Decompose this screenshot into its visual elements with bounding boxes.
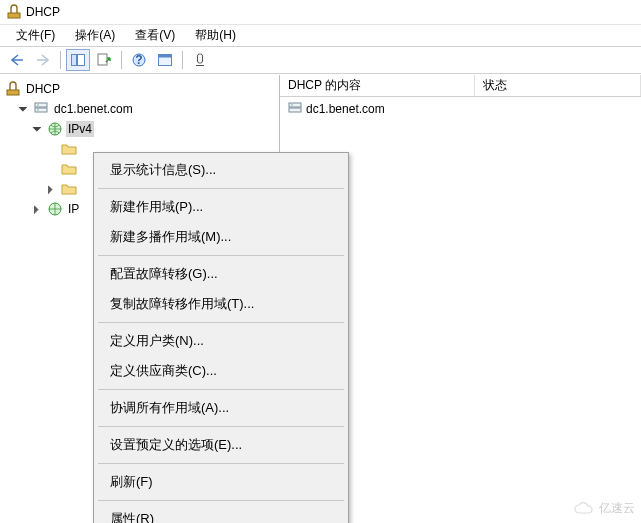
menu-file[interactable]: 文件(F) <box>6 25 65 46</box>
svg-rect-10 <box>7 90 19 95</box>
ctx-define-vendor-classes[interactable]: 定义供应商类(C)... <box>96 356 346 386</box>
ctx-replicate-failover[interactable]: 复制故障转移作用域(T)... <box>96 289 346 319</box>
spacer <box>44 162 58 176</box>
tree-label: IPv4 <box>66 121 94 137</box>
svg-text:?: ? <box>135 53 142 67</box>
ctx-separator <box>98 426 344 427</box>
ctx-configure-failover[interactable]: 配置故障转移(G)... <box>96 259 346 289</box>
folder-icon <box>61 161 77 177</box>
svg-point-19 <box>291 104 293 106</box>
ctx-separator <box>98 389 344 390</box>
options-button[interactable] <box>153 49 177 71</box>
tree-label: DHCP <box>24 81 62 97</box>
tree-label: IP <box>66 201 81 217</box>
list-item[interactable]: dc1.benet.com <box>284 99 637 119</box>
svg-rect-18 <box>289 108 301 112</box>
ipv4-icon <box>47 121 63 137</box>
folder-icon <box>61 141 77 157</box>
help-button[interactable]: ? <box>127 49 151 71</box>
ctx-separator <box>98 188 344 189</box>
list-item-label: dc1.benet.com <box>306 102 385 116</box>
window-title: DHCP <box>26 5 60 19</box>
folder-icon <box>61 181 77 197</box>
svg-rect-7 <box>159 55 172 58</box>
tree-label: dc1.benet.com <box>52 101 135 117</box>
tree-root-dhcp[interactable]: DHCP <box>2 79 277 99</box>
export-list-button[interactable] <box>92 49 116 71</box>
watermark-text: 亿速云 <box>599 500 635 517</box>
list-header: DHCP 的内容 状态 <box>280 75 641 97</box>
show-hide-tree-button[interactable] <box>66 49 90 71</box>
menu-action[interactable]: 操作(A) <box>65 25 125 46</box>
menu-help[interactable]: 帮助(H) <box>185 25 246 46</box>
list-body: dc1.benet.com <box>280 97 641 121</box>
ctx-reconcile-scopes[interactable]: 协调所有作用域(A)... <box>96 393 346 423</box>
server-icon <box>287 101 303 117</box>
dhcp-app-icon <box>5 81 21 97</box>
spacer <box>44 142 58 156</box>
toolbar-separator <box>121 51 122 69</box>
svg-rect-17 <box>289 103 301 107</box>
expand-toggle[interactable]: ⏵ <box>44 182 58 196</box>
svg-point-14 <box>37 109 39 111</box>
expand-toggle[interactable]: ⏷ <box>16 102 30 116</box>
cloud-icon <box>573 502 595 516</box>
ctx-separator <box>98 463 344 464</box>
expand-toggle[interactable]: ⏷ <box>30 122 44 136</box>
forward-button[interactable] <box>31 49 55 71</box>
menubar: 文件(F) 操作(A) 查看(V) 帮助(H) <box>0 24 641 46</box>
svg-rect-1 <box>72 55 77 66</box>
action-button[interactable] <box>188 49 212 71</box>
watermark: 亿速云 <box>573 500 635 517</box>
ctx-separator <box>98 500 344 501</box>
ctx-properties[interactable]: 属性(R) <box>96 504 346 523</box>
ctx-separator <box>98 322 344 323</box>
tree-server[interactable]: ⏷ dc1.benet.com <box>2 99 277 119</box>
svg-rect-11 <box>35 103 47 107</box>
ctx-new-multicast-scope[interactable]: 新建多播作用域(M)... <box>96 222 346 252</box>
tree-ipv4[interactable]: ⏷ IPv4 <box>2 119 277 139</box>
ctx-separator <box>98 255 344 256</box>
column-header-content[interactable]: DHCP 的内容 <box>280 75 475 96</box>
server-icon <box>33 101 49 117</box>
svg-rect-0 <box>8 13 20 18</box>
column-header-status[interactable]: 状态 <box>475 75 641 96</box>
ctx-new-scope[interactable]: 新建作用域(P)... <box>96 192 346 222</box>
menu-view[interactable]: 查看(V) <box>125 25 185 46</box>
toolbar: ? <box>0 46 641 74</box>
expand-toggle[interactable]: ⏵ <box>30 202 44 216</box>
toolbar-separator <box>182 51 183 69</box>
titlebar: DHCP <box>0 0 641 24</box>
dhcp-app-icon <box>6 4 22 20</box>
ctx-show-stats[interactable]: 显示统计信息(S)... <box>96 155 346 185</box>
ctx-refresh[interactable]: 刷新(F) <box>96 467 346 497</box>
svg-rect-3 <box>98 54 107 65</box>
ctx-define-user-classes[interactable]: 定义用户类(N)... <box>96 326 346 356</box>
svg-rect-8 <box>198 54 203 63</box>
svg-rect-2 <box>78 55 85 66</box>
toolbar-separator <box>60 51 61 69</box>
ipv6-icon <box>47 201 63 217</box>
svg-point-13 <box>37 104 39 106</box>
context-menu: 显示统计信息(S)... 新建作用域(P)... 新建多播作用域(M)... 配… <box>93 152 349 523</box>
svg-rect-12 <box>35 108 47 112</box>
back-button[interactable] <box>5 49 29 71</box>
ctx-predefined-options[interactable]: 设置预定义的选项(E)... <box>96 430 346 460</box>
